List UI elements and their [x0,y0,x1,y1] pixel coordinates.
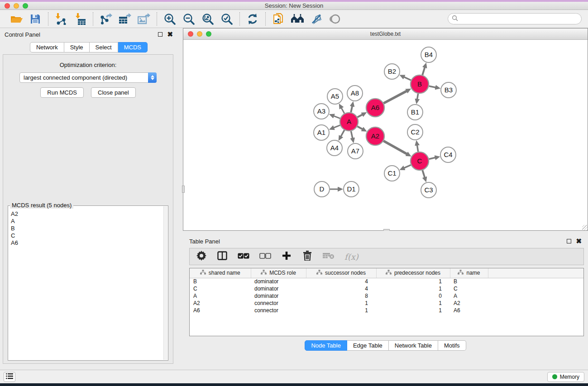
open-file-button[interactable] [8,11,24,27]
tab-select[interactable]: Select [90,42,118,52]
select-all-columns-button[interactable] [238,250,249,263]
graph-node-B3[interactable]: B3 [441,82,456,98]
zoom-in-button[interactable] [162,11,178,27]
import-table-button[interactable] [72,11,88,27]
network-minimize-button[interactable] [197,31,202,37]
network-close-button[interactable] [188,31,193,37]
column-header-shared-name[interactable]: shared name [190,268,251,278]
graph-edge-B-B2[interactable] [403,77,411,81]
unselect-all-columns-button[interactable] [259,250,271,263]
show-column-button[interactable] [217,250,228,263]
tab-edge-table[interactable]: Edge Table [347,340,389,351]
graph-edge-A-A3[interactable] [333,116,340,119]
tab-motifs[interactable]: Motifs [438,340,466,351]
new-network-from-selection-button[interactable] [270,11,287,27]
zoom-selected-button[interactable] [219,11,235,27]
tab-network[interactable]: Network [30,42,64,52]
tab-network-table[interactable]: Network Table [389,340,438,351]
close-table-panel-icon[interactable]: ✖ [576,239,582,243]
tab-style[interactable]: Style [64,42,90,52]
mcds-result-item[interactable]: B [10,225,163,232]
table-row[interactable]: Adominator80A [190,292,583,300]
graph-node-A7[interactable]: A7 [348,143,363,159]
column-header-name[interactable]: name [450,268,488,278]
run-mcds-button[interactable]: Run MCDS [40,87,84,98]
table-row[interactable]: Cdominator41C [190,285,583,292]
table-row[interactable]: A2connector11A2 [190,300,583,307]
graph-edge-A-A6[interactable] [358,114,363,117]
graph-node-B4[interactable]: B4 [421,47,436,62]
window-resize-grip[interactable] [582,225,588,230]
graph-node-D[interactable]: D [314,181,330,197]
column-header-MCDS-role[interactable]: MCDS role [251,268,306,278]
save-session-button[interactable] [27,11,43,27]
float-panel-icon[interactable] [158,32,163,37]
network-zoom-button[interactable] [206,31,211,37]
tab-node-table[interactable]: Node Table [305,340,347,351]
mcds-result-item[interactable]: A2 [10,210,163,218]
graph-node-A5[interactable]: A5 [327,89,343,104]
close-window-button[interactable] [5,3,10,9]
graph-node-A1[interactable]: A1 [314,125,329,140]
column-header-predecessor-nodes[interactable]: predecessor nodes [376,268,450,278]
graph-node-A4[interactable]: A4 [327,140,342,156]
first-neighbors-button[interactable] [289,11,306,27]
graph-node-C3[interactable]: C3 [421,182,436,198]
graph-edge-A-A4[interactable] [341,130,344,137]
table-row[interactable]: A6connector11A6 [190,307,583,314]
graph-node-C2[interactable]: C2 [407,124,423,140]
graph-edge-B-B1[interactable] [417,94,418,100]
annotation-mode-button[interactable] [308,11,325,27]
graph-node-D1[interactable]: D1 [344,181,359,197]
create-column-button[interactable] [281,250,292,263]
window-edge-handle[interactable] [182,186,185,193]
mcds-result-item[interactable]: A [10,218,163,225]
graph-edge-C-C4[interactable] [429,157,435,159]
minimize-window-button[interactable] [14,3,19,9]
close-panel-icon[interactable]: ✖ [167,32,173,37]
export-network-button[interactable] [98,11,114,27]
graph-node-A3[interactable]: A3 [314,104,329,119]
float-table-panel-icon[interactable] [567,239,571,243]
mcds-list-scrollbar[interactable] [163,206,167,360]
graph-edge-C-C1[interactable] [404,165,411,168]
zoom-fit-button[interactable] [200,11,216,27]
network-window-titlebar[interactable]: testGlobe.txt [183,29,588,40]
zoom-window-button[interactable] [23,3,28,9]
graph-node-A6[interactable]: A6 [366,99,384,117]
graph-node-C4[interactable]: C4 [440,147,456,162]
export-image-button[interactable] [136,11,152,27]
criterion-dropdown[interactable]: largest connected component (directed) [19,72,157,83]
column-header-successor-nodes[interactable]: successor nodes [306,268,376,278]
graph-node-A[interactable]: A [340,113,358,131]
graph-edge-A6-B[interactable] [384,91,407,104]
panel-divider[interactable] [183,231,588,235]
graph-node-A2[interactable]: A2 [366,127,384,145]
graph-node-C1[interactable]: C1 [384,166,400,181]
mcds-result-item[interactable]: C [10,232,163,239]
zoom-out-button[interactable] [181,11,197,27]
import-network-button[interactable] [53,11,69,27]
close-panel-button[interactable]: Close panel [91,87,136,98]
graph-edge-B-B4[interactable] [422,67,425,75]
export-table-button[interactable] [117,11,133,27]
graph-node-C[interactable]: C [411,152,429,170]
graph-node-B2[interactable]: B2 [384,64,400,79]
mcds-result-item[interactable]: A6 [10,239,163,247]
graph-edge-C-C3[interactable] [422,170,425,178]
graph-node-B[interactable]: B [411,75,429,93]
graph-edge-A-A2[interactable] [357,126,363,129]
table-row[interactable]: Bdominator41B [190,278,583,285]
table-settings-button[interactable] [196,250,207,263]
graph-edge-A-A1[interactable] [333,125,340,128]
show-panels-button[interactable] [4,372,15,382]
tab-mcds[interactable]: MCDS [118,42,148,52]
network-canvas[interactable]: AA1A2A3A4A5A6A7A8BB1B2B3B4CC1C2C3C4DD1 [183,40,588,230]
memory-button[interactable]: Memory [547,372,584,382]
graph-edge-A-A5[interactable] [341,107,344,113]
graph-edge-B-B3[interactable] [429,86,436,87]
graph-edge-A-A7[interactable] [351,131,353,139]
graph-node-A8[interactable]: A8 [347,86,363,101]
delete-columns-button[interactable] [302,250,313,263]
graph-edge-A-A8[interactable] [351,105,352,112]
